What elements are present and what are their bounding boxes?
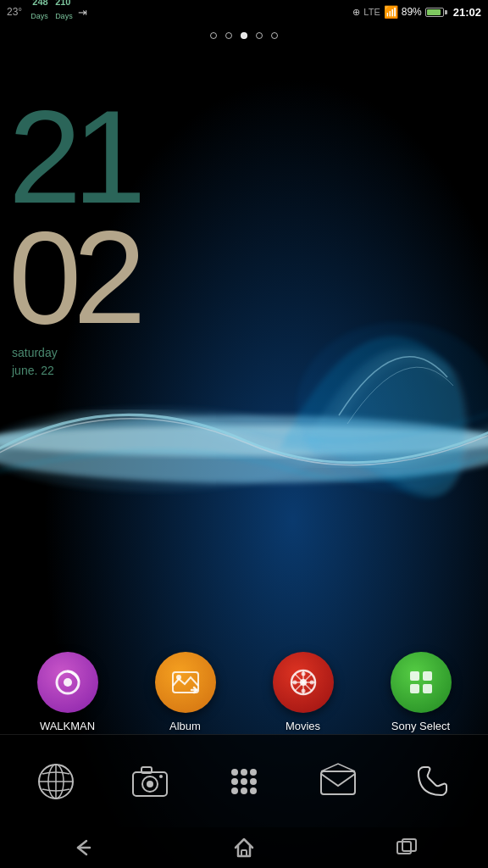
battery-icon <box>425 8 447 17</box>
app-album[interactable]: Album <box>155 652 216 732</box>
svg-point-31 <box>231 769 238 776</box>
dock-apps[interactable] <box>215 753 273 810</box>
home-icon <box>232 836 256 860</box>
days1-label: Days <box>30 12 48 27</box>
svg-point-36 <box>250 778 257 785</box>
sony-select-label: Sony Select <box>391 720 450 732</box>
dock-phone[interactable] <box>403 753 461 810</box>
svg-point-5 <box>64 678 72 687</box>
clock-date-value: june. 22 <box>12 362 137 380</box>
svg-point-38 <box>241 787 247 794</box>
dock-camera[interactable] <box>121 753 179 810</box>
dock-browser[interactable] <box>27 753 85 810</box>
svg-point-16 <box>292 681 297 685</box>
page-dot-2[interactable] <box>225 32 232 39</box>
page-dot-4[interactable] <box>256 32 263 39</box>
rotation-lock-icon: ⊕ <box>352 7 360 18</box>
status-left: 23° 248 210 Days Days ⇥ <box>7 0 87 27</box>
svg-point-37 <box>231 787 238 794</box>
status-bar: 23° 248 210 Days Days ⇥ ⊕ LTE 📶 89% <box>0 0 488 24</box>
app-grid: WALKMAN Album <box>0 652 488 732</box>
svg-point-30 <box>159 775 163 778</box>
recent-apps-icon <box>395 836 419 860</box>
svg-point-15 <box>301 689 305 693</box>
page-dot-1[interactable] <box>210 32 217 39</box>
forward-icon: ⇥ <box>78 6 87 19</box>
clock-widget: 21 02 saturday june. 22 <box>8 102 137 380</box>
status-right: ⊕ LTE 📶 89% 21:02 <box>352 5 481 19</box>
page-dot-3[interactable] <box>241 32 247 39</box>
temperature-display: 23° <box>7 6 22 18</box>
nav-back[interactable] <box>56 831 107 865</box>
network-type: LTE <box>363 7 380 17</box>
apps-grid-icon <box>223 760 265 803</box>
svg-rect-19 <box>423 671 432 681</box>
svg-point-14 <box>301 672 305 676</box>
sony-select-icon <box>391 652 452 713</box>
days2-value: 210 <box>55 0 70 12</box>
svg-point-39 <box>250 787 257 794</box>
clock-hour: 21 <box>8 102 137 214</box>
album-icon <box>155 652 216 713</box>
walkman-icon <box>37 652 98 713</box>
days1-value: 248 <box>32 0 47 12</box>
dock-email[interactable] <box>309 753 367 810</box>
signal-icon: 📶 <box>384 5 398 19</box>
svg-rect-21 <box>423 684 432 693</box>
camera-icon <box>129 760 171 803</box>
app-sony-select[interactable]: Sony Select <box>391 652 452 732</box>
status-time: 21:02 <box>453 6 481 19</box>
movies-icon <box>273 652 334 713</box>
svg-point-28 <box>147 781 153 787</box>
nav-recent[interactable] <box>381 831 432 865</box>
album-label: Album <box>169 720 201 732</box>
battery-percent: 89% <box>402 6 422 18</box>
days-widget: 248 210 Days Days <box>30 0 72 27</box>
svg-point-32 <box>241 769 247 776</box>
nav-bar <box>0 827 488 868</box>
browser-icon <box>35 760 77 803</box>
svg-point-34 <box>231 778 238 785</box>
svg-rect-40 <box>321 771 355 794</box>
page-dot-5[interactable] <box>271 32 278 39</box>
back-icon <box>69 836 93 860</box>
phone-icon <box>411 760 453 803</box>
svg-point-13 <box>300 679 307 686</box>
app-movies[interactable]: Movies <box>273 652 334 732</box>
svg-point-35 <box>241 778 247 785</box>
svg-point-7 <box>176 675 181 680</box>
svg-rect-20 <box>410 684 419 693</box>
walkman-label: WALKMAN <box>40 720 95 732</box>
nav-home[interactable] <box>219 831 269 865</box>
page-indicators <box>0 32 488 39</box>
days2-label: Days <box>55 12 73 27</box>
svg-rect-18 <box>410 671 419 681</box>
movies-label: Movies <box>286 720 320 732</box>
clock-minute: 02 <box>8 222 137 334</box>
svg-point-17 <box>309 681 313 685</box>
app-walkman[interactable]: WALKMAN <box>37 652 98 732</box>
dock <box>0 734 488 827</box>
email-icon <box>317 760 359 803</box>
svg-point-33 <box>250 769 257 776</box>
